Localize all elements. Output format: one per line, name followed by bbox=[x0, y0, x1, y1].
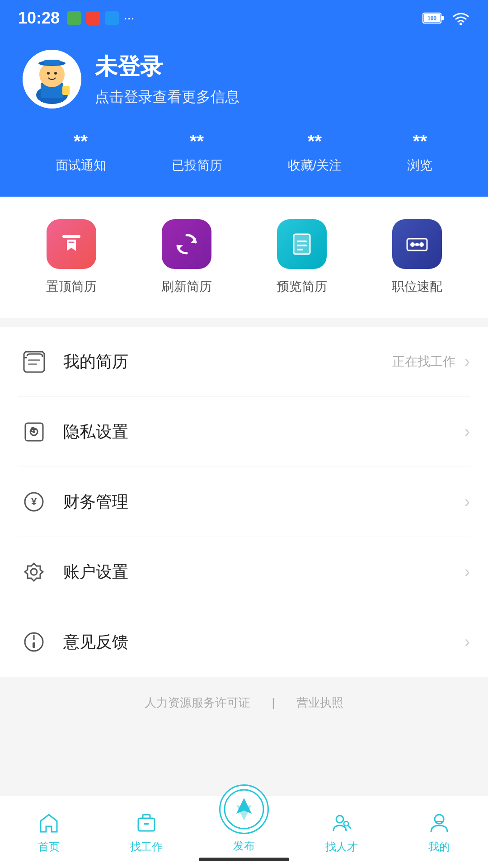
action-pin-resume[interactable]: 置顶简历 bbox=[46, 219, 97, 295]
menu-text-resume: 我的简历 bbox=[63, 351, 392, 373]
profile-info: 未登录 点击登录查看更多信息 bbox=[95, 52, 239, 107]
footer-link-business[interactable]: 营业执照 bbox=[296, 696, 343, 709]
svg-point-44 bbox=[336, 816, 343, 823]
stat-label-interview: 面试通知 bbox=[56, 157, 106, 174]
footer-link-license[interactable]: 人力资源服务许可证 bbox=[145, 696, 250, 709]
chevron-finance: › bbox=[465, 492, 470, 511]
nav-label-find-talent: 找人才 bbox=[325, 840, 358, 854]
svg-text:¥: ¥ bbox=[31, 496, 37, 507]
action-job-match[interactable]: 职位速配 bbox=[392, 219, 442, 295]
svg-rect-27 bbox=[28, 359, 40, 361]
svg-rect-28 bbox=[28, 363, 37, 365]
stat-item-applied[interactable]: ** 已投简历 bbox=[172, 131, 222, 174]
svg-point-35 bbox=[31, 569, 37, 575]
menu-section: 我的简历 正在找工作 › 隐私设置 › ¥ 财务管理 › bbox=[0, 327, 488, 677]
menu-text-feedback: 意见反馈 bbox=[63, 631, 465, 653]
stat-value-applied: ** bbox=[190, 131, 204, 151]
home-icon bbox=[37, 810, 61, 835]
refresh-resume-icon-bg bbox=[162, 219, 211, 269]
stat-label-browse: 浏览 bbox=[407, 157, 432, 174]
svg-rect-14 bbox=[62, 235, 80, 238]
find-talent-icon bbox=[329, 810, 354, 835]
stat-label-favorites: 收藏/关注 bbox=[288, 157, 342, 174]
svg-point-4 bbox=[460, 23, 462, 25]
nav-item-publish[interactable]: 发布 bbox=[195, 784, 293, 853]
svg-line-46 bbox=[348, 826, 351, 828]
menu-item-my-resume[interactable]: 我的简历 正在找工作 › bbox=[18, 327, 470, 397]
menu-text-privacy: 隐私设置 bbox=[63, 421, 465, 443]
nav-item-find-job[interactable]: 找工作 bbox=[98, 810, 195, 854]
menu-meta-resume: 正在找工作 bbox=[392, 353, 455, 370]
publish-circle bbox=[219, 784, 269, 834]
nav-label-publish: 发布 bbox=[233, 839, 255, 853]
status-bar: 10:28 ··· 100 bbox=[0, 0, 488, 36]
home-indicator bbox=[199, 858, 289, 861]
action-label-refresh: 刷新简历 bbox=[161, 278, 212, 295]
chevron-privacy: › bbox=[465, 422, 470, 441]
nav-item-home[interactable]: 首页 bbox=[0, 810, 98, 854]
chevron-account: › bbox=[465, 562, 470, 581]
svg-rect-19 bbox=[297, 241, 307, 242]
svg-rect-20 bbox=[297, 245, 307, 246]
stat-label-applied: 已投简历 bbox=[172, 157, 222, 174]
privacy-icon bbox=[18, 416, 50, 448]
svg-rect-10 bbox=[44, 60, 60, 65]
svg-text:100: 100 bbox=[427, 15, 436, 22]
svg-rect-1 bbox=[441, 16, 444, 20]
profile-row[interactable]: 未登录 点击登录查看更多信息 bbox=[23, 50, 465, 108]
menu-item-account[interactable]: 账户设置 › bbox=[18, 537, 470, 607]
menu-item-feedback[interactable]: i 意见反馈 › bbox=[18, 607, 470, 677]
chevron-feedback: › bbox=[465, 632, 470, 651]
action-preview-resume[interactable]: 预览简历 bbox=[277, 219, 327, 295]
nav-label-mine: 我的 bbox=[428, 840, 450, 854]
action-label-pin: 置顶简历 bbox=[46, 278, 97, 295]
svg-rect-13 bbox=[62, 86, 70, 95]
stat-item-favorites[interactable]: ** 收藏/关注 bbox=[288, 131, 342, 174]
chevron-resume: › bbox=[465, 352, 470, 371]
nav-label-home: 首页 bbox=[38, 840, 60, 854]
menu-item-finance[interactable]: ¥ 财务管理 › bbox=[18, 467, 470, 537]
svg-point-11 bbox=[47, 72, 50, 75]
action-label-match: 职位速配 bbox=[392, 278, 442, 295]
feedback-icon: i bbox=[18, 626, 50, 658]
svg-point-12 bbox=[54, 72, 57, 75]
profile-name: 未登录 bbox=[95, 52, 239, 82]
avatar bbox=[23, 50, 81, 108]
menu-text-account: 账户设置 bbox=[63, 561, 465, 583]
svg-rect-38 bbox=[33, 642, 35, 648]
stat-item-interview[interactable]: ** 面试通知 bbox=[56, 131, 106, 174]
find-job-icon bbox=[134, 810, 159, 835]
footer-separator: | bbox=[272, 696, 275, 709]
footer-links: 人力资源服务许可证 | 营业执照 bbox=[0, 677, 488, 729]
svg-point-23 bbox=[410, 242, 415, 247]
stats-row: ** 面试通知 ** 已投简历 ** 收藏/关注 ** 浏览 bbox=[23, 131, 465, 174]
bottom-nav: 首页 找工作 发布 bbox=[0, 796, 488, 868]
profile-subtitle: 点击登录查看更多信息 bbox=[95, 87, 239, 107]
action-label-preview: 预览简历 bbox=[277, 278, 327, 295]
preview-resume-icon-bg bbox=[277, 219, 327, 269]
finance-icon: ¥ bbox=[18, 486, 50, 518]
nav-item-mine[interactable]: 我的 bbox=[390, 810, 488, 854]
svg-rect-17 bbox=[294, 234, 310, 254]
svg-rect-21 bbox=[297, 249, 303, 250]
svg-rect-40 bbox=[144, 823, 149, 825]
status-icons: 100 bbox=[422, 11, 470, 25]
svg-rect-25 bbox=[415, 243, 419, 246]
resume-icon bbox=[18, 346, 50, 377]
menu-item-privacy[interactable]: 隐私设置 › bbox=[18, 397, 470, 467]
stat-value-browse: ** bbox=[413, 131, 427, 151]
nav-label-find-job: 找工作 bbox=[130, 840, 163, 854]
job-match-icon-bg bbox=[392, 219, 442, 269]
quick-actions: 置顶简历 刷新简历 预览简历 bbox=[0, 197, 488, 318]
status-time: 10:28 bbox=[18, 9, 60, 28]
stat-value-favorites: ** bbox=[308, 131, 322, 151]
nav-item-find-talent[interactable]: 找人才 bbox=[293, 810, 390, 854]
stat-item-browse[interactable]: ** 浏览 bbox=[407, 131, 432, 174]
mine-icon bbox=[427, 810, 452, 835]
pin-resume-icon-bg bbox=[47, 219, 96, 269]
account-icon bbox=[18, 556, 50, 588]
header-section: 未登录 点击登录查看更多信息 ** 面试通知 ** 已投简历 ** 收藏/关注 … bbox=[0, 36, 488, 197]
action-refresh-resume[interactable]: 刷新简历 bbox=[161, 219, 212, 295]
svg-text:i: i bbox=[32, 631, 35, 642]
svg-point-24 bbox=[419, 242, 424, 247]
